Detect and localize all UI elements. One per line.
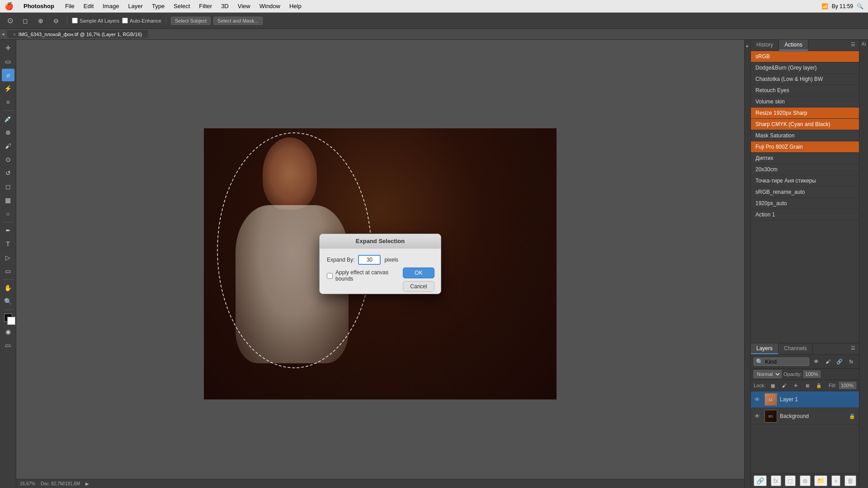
collapse-panels-icon[interactable]: ◂ bbox=[2, 31, 5, 37]
history-brush-tool[interactable]: ↺ bbox=[2, 167, 14, 179]
action-item-0[interactable]: sRGB bbox=[751, 51, 859, 62]
tab-layers[interactable]: Layers bbox=[751, 343, 778, 354]
layer-item-background[interactable]: 👁 BG Background 🔒 bbox=[751, 408, 859, 425]
layers-search-input[interactable] bbox=[778, 359, 806, 364]
path-select-tool[interactable]: ▷ bbox=[2, 251, 14, 264]
action-item-6[interactable]: Sharp CMYK (Cyan and Black) bbox=[751, 119, 859, 130]
tool-add-selection[interactable]: ⊕ bbox=[34, 14, 47, 27]
action-item-5[interactable]: Resize 1920px Sharp bbox=[751, 108, 859, 119]
menu-view[interactable]: View bbox=[233, 2, 255, 10]
layer-style-icon[interactable]: fx bbox=[846, 357, 856, 366]
hand-tool[interactable]: ✋ bbox=[2, 282, 14, 294]
search-icon[interactable]: 🔍 bbox=[857, 3, 863, 9]
foreground-color[interactable] bbox=[4, 314, 12, 322]
opacity-input[interactable] bbox=[803, 371, 821, 378]
menu-edit[interactable]: Edit bbox=[79, 2, 98, 10]
action-item-14[interactable]: Action 1 bbox=[751, 209, 859, 221]
apple-menu[interactable]: 🍎 bbox=[5, 2, 14, 10]
add-layer-style-btn[interactable]: fx bbox=[771, 475, 781, 486]
lock-artboard-btn[interactable]: ⊠ bbox=[803, 381, 812, 390]
action-item-1[interactable]: Dodge&Burn (Grey layer) bbox=[751, 62, 859, 74]
gradient-tool[interactable]: ▦ bbox=[2, 194, 14, 206]
menu-file[interactable]: File bbox=[61, 2, 79, 10]
layers-search-box[interactable]: 🔍 Kind bbox=[754, 357, 809, 366]
layer1-visibility-icon[interactable]: 👁 bbox=[755, 396, 762, 403]
quick-select-tool[interactable]: ⚡ bbox=[2, 82, 14, 95]
dialog-cancel-button[interactable]: Cancel bbox=[403, 281, 434, 292]
eyedropper-tool[interactable]: 💉 bbox=[2, 113, 14, 125]
ai-label[interactable]: AI bbox=[862, 42, 866, 47]
add-adjustment-btn[interactable]: ⊕ bbox=[800, 475, 811, 486]
action-item-10[interactable]: 20x30cm bbox=[751, 164, 859, 175]
select-and-mask-button[interactable]: Select and Mask... bbox=[213, 17, 263, 25]
screen-mode-toggle[interactable]: ▭ bbox=[2, 339, 14, 352]
zoom-tool[interactable]: 🔍 bbox=[2, 295, 14, 308]
auto-enhance-checkbox[interactable]: Auto-Enhance bbox=[122, 18, 161, 23]
tab-history[interactable]: History bbox=[751, 40, 779, 51]
menu-layer[interactable]: Layer bbox=[123, 2, 147, 10]
menu-window[interactable]: Window bbox=[255, 2, 285, 10]
canvas-bounds-checkbox[interactable] bbox=[327, 273, 333, 279]
add-group-btn[interactable]: 📁 bbox=[814, 475, 827, 486]
healing-tool[interactable]: ⊕ bbox=[2, 126, 14, 139]
action-item-4[interactable]: Volume skin bbox=[751, 96, 859, 108]
layer-link-icon[interactable]: 🔗 bbox=[835, 357, 844, 366]
lock-transparency-btn[interactable]: ▦ bbox=[768, 381, 777, 390]
crop-tool[interactable]: ⌗ bbox=[2, 96, 14, 108]
blend-mode-select[interactable]: Normal bbox=[754, 370, 782, 378]
layers-menu-icon[interactable]: ☰ bbox=[847, 343, 859, 354]
lock-all-btn[interactable]: 🔒 bbox=[814, 381, 823, 390]
dodge-tool[interactable]: ○ bbox=[2, 207, 14, 220]
menu-help[interactable]: Help bbox=[285, 2, 306, 10]
auto-enhance-input[interactable] bbox=[122, 18, 128, 23]
eraser-tool[interactable]: ◻ bbox=[2, 180, 14, 193]
canvas-area[interactable]: Expand Selection Expand By: pixels Apply… bbox=[16, 40, 744, 488]
tab-channels[interactable]: Channels bbox=[778, 343, 813, 354]
sample-all-layers-input[interactable] bbox=[72, 18, 78, 23]
layer-item-layer1[interactable]: 👁 L1 Layer 1 bbox=[751, 391, 859, 408]
select-subject-button[interactable]: Select Subject bbox=[171, 17, 211, 25]
add-layer-btn[interactable]: + bbox=[831, 475, 840, 486]
tool-new-selection[interactable]: ◻ bbox=[19, 14, 32, 27]
action-item-13[interactable]: 1920px_auto bbox=[751, 198, 859, 209]
background-visibility-icon[interactable]: 👁 bbox=[755, 413, 762, 419]
move-tool[interactable]: ✛ bbox=[2, 42, 14, 54]
expand-by-input[interactable] bbox=[358, 255, 381, 265]
app-name[interactable]: Photoshop bbox=[19, 2, 59, 10]
brush-tool[interactable]: 🖌 bbox=[2, 140, 14, 152]
lasso-tool[interactable]: ⌀ bbox=[2, 69, 14, 81]
tab-close-icon[interactable]: × bbox=[13, 32, 16, 37]
type-tool[interactable]: T bbox=[2, 238, 14, 250]
shape-tool[interactable]: ▭ bbox=[2, 265, 14, 277]
fill-input[interactable] bbox=[839, 382, 856, 389]
pen-tool[interactable]: ✒ bbox=[2, 224, 14, 237]
action-item-2[interactable]: Chastotka (Low & High) BW bbox=[751, 74, 859, 85]
lock-pixels-btn[interactable]: 🖌 bbox=[780, 381, 789, 390]
delete-layer-btn[interactable]: 🗑 bbox=[844, 475, 856, 486]
clone-tool[interactable]: ⊙ bbox=[2, 153, 14, 166]
action-item-7[interactable]: Mask Saturation bbox=[751, 130, 859, 141]
lock-position-btn[interactable]: ✛ bbox=[791, 381, 800, 390]
action-item-8[interactable]: Fuji Pro 800Z Grain bbox=[751, 141, 859, 153]
menu-3d[interactable]: 3D bbox=[217, 2, 233, 10]
menu-filter[interactable]: Filter bbox=[194, 2, 217, 10]
layer-visibility-icon[interactable]: 👁 bbox=[811, 357, 821, 366]
layer-brush-icon[interactable]: 🖌 bbox=[823, 357, 833, 366]
dialog-ok-button[interactable]: OK bbox=[403, 267, 434, 278]
menu-image[interactable]: Image bbox=[98, 2, 123, 10]
menu-type[interactable]: Type bbox=[147, 2, 169, 10]
collapse-right-button[interactable]: ▸ bbox=[744, 40, 750, 488]
arrow-icon[interactable]: ▶ bbox=[85, 481, 89, 486]
selection-tool[interactable]: ▭ bbox=[2, 55, 14, 68]
document-tab[interactable]: × IMG_6343_плохой_фон.tif @ 16,7% (Layer… bbox=[7, 30, 148, 38]
add-mask-btn[interactable]: ◻ bbox=[785, 475, 796, 486]
quick-mask-toggle[interactable]: ◉ bbox=[2, 325, 14, 338]
link-layers-btn[interactable]: 🔗 bbox=[754, 475, 767, 486]
menu-select[interactable]: Select bbox=[169, 2, 194, 10]
action-item-9[interactable]: Диптих bbox=[751, 153, 859, 164]
action-item-11[interactable]: Точка-тире Аня стикеры bbox=[751, 175, 859, 187]
background-color[interactable] bbox=[7, 317, 15, 325]
action-item-3[interactable]: Retouch Eyes bbox=[751, 85, 859, 96]
sample-all-layers-checkbox[interactable]: Sample All Layers bbox=[72, 18, 119, 23]
action-item-12[interactable]: sRGB_rename_auto bbox=[751, 187, 859, 198]
